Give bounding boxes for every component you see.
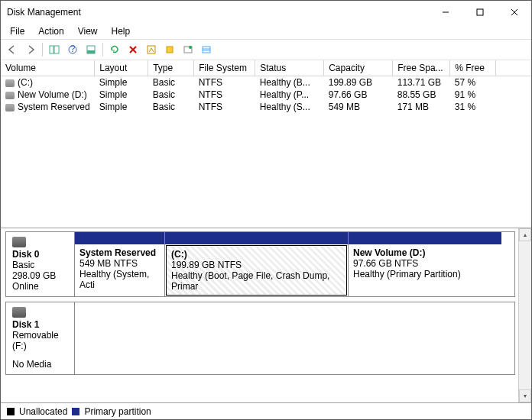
scroll-track[interactable] xyxy=(519,241,531,389)
partition-header-bar xyxy=(75,232,164,244)
partition-title: System Reserved xyxy=(79,247,156,258)
list-icon[interactable] xyxy=(198,41,215,58)
volume-list[interactable]: VolumeLayoutTypeFile SystemStatusCapacit… xyxy=(1,60,531,228)
menu-view[interactable]: View xyxy=(72,24,104,38)
disk-meta: Basic xyxy=(12,260,68,270)
svg-text:?: ? xyxy=(70,44,76,54)
column-header[interactable]: File System xyxy=(194,60,255,76)
table-cell: Basic xyxy=(148,89,194,101)
column-header[interactable]: Free Spa... xyxy=(393,60,450,76)
column-header[interactable]: Status xyxy=(255,60,324,76)
column-header[interactable]: Capacity xyxy=(324,60,393,76)
partition-status: Healthy (Primary Partition) xyxy=(353,269,497,279)
table-cell: NTFS xyxy=(194,76,255,89)
maximize-button[interactable] xyxy=(462,1,497,24)
partition-size: 549 MB NTFS xyxy=(79,258,160,269)
table-cell: Simple xyxy=(95,101,148,113)
disk-label[interactable]: Disk 0Basic298.09 GBOnline xyxy=(6,232,75,296)
table-cell xyxy=(496,89,531,101)
show-hide-console-tree-icon[interactable] xyxy=(46,41,63,58)
table-cell: NTFS xyxy=(194,101,255,113)
settings-bottom-icon[interactable] xyxy=(83,41,99,58)
table-cell: 549 MB xyxy=(324,101,393,113)
menubar: File Action View Help xyxy=(1,24,531,39)
partition-header-bar xyxy=(165,232,348,244)
table-cell: 88.55 GB xyxy=(393,89,450,101)
primary-swatch xyxy=(72,408,79,415)
partition-title: (C:) xyxy=(171,249,187,260)
disk-row: Disk 0Basic298.09 GBOnlineSystem Reserve… xyxy=(5,231,515,297)
menu-action[interactable]: Action xyxy=(32,24,70,38)
partition-header-bar xyxy=(349,232,501,244)
menu-help[interactable]: Help xyxy=(105,24,137,38)
titlebar: Disk Management xyxy=(1,1,531,24)
disk-meta: Online xyxy=(12,281,68,292)
partition-body: (C:)199.89 GB NTFSHealthy (Boot, Page Fi… xyxy=(166,245,347,296)
scroll-down-icon[interactable]: ▾ xyxy=(519,389,531,402)
table-cell: System Reserved xyxy=(1,101,95,113)
help-icon[interactable]: ? xyxy=(64,41,81,58)
svg-point-15 xyxy=(189,46,192,49)
refresh-icon[interactable] xyxy=(106,41,123,58)
column-header[interactable]: % Free xyxy=(450,60,496,76)
partition-body: System Reserved549 MB NTFSHealthy (Syste… xyxy=(75,244,164,296)
partitions-container: System Reserved549 MB NTFSHealthy (Syste… xyxy=(75,232,514,296)
svg-rect-16 xyxy=(203,47,210,53)
table-row[interactable]: (C:)SimpleBasicNTFSHealthy (B...199.89 G… xyxy=(1,76,531,89)
table-cell: Basic xyxy=(148,76,194,89)
table-cell: Simple xyxy=(95,76,148,89)
legend: Unallocated Primary partition xyxy=(1,402,531,419)
disk-label[interactable]: Disk 1Removable (F:)No Media xyxy=(6,302,75,374)
separator xyxy=(102,43,103,57)
partitions-container xyxy=(75,302,514,374)
partition-status: Healthy (System, Acti xyxy=(79,269,160,290)
partition[interactable]: (C:)199.89 GB NTFSHealthy (Boot, Page Fi… xyxy=(165,232,349,296)
disk-meta: Removable (F:) xyxy=(12,330,68,351)
disk-icon xyxy=(12,237,26,247)
svg-rect-13 xyxy=(167,47,173,53)
svg-rect-4 xyxy=(50,46,54,53)
separator xyxy=(42,43,43,57)
menu-file[interactable]: File xyxy=(4,24,31,38)
close-button[interactable] xyxy=(497,1,531,24)
new-icon[interactable] xyxy=(161,41,178,58)
action-icon[interactable] xyxy=(180,41,196,58)
volume-icon xyxy=(5,104,15,111)
column-header[interactable]: Volume xyxy=(1,60,95,76)
table-cell: (C:) xyxy=(1,76,95,89)
toolbar: ? xyxy=(1,39,531,60)
table-cell xyxy=(496,101,531,113)
properties-icon[interactable] xyxy=(143,41,160,58)
volume-icon xyxy=(5,92,15,99)
partition-title: New Volume (D:) xyxy=(353,247,425,258)
disk-management-window: Disk Management File Action View Help ? … xyxy=(0,0,532,420)
vertical-scrollbar[interactable]: ▴ ▾ xyxy=(518,228,531,402)
table-cell: Healthy (P... xyxy=(255,89,324,101)
table-cell: 31 % xyxy=(450,101,496,113)
minimize-button[interactable] xyxy=(428,1,462,24)
table-cell xyxy=(496,76,531,89)
table-row[interactable]: New Volume (D:)SimpleBasicNTFSHealthy (P… xyxy=(1,89,531,101)
table-cell: Healthy (B... xyxy=(255,76,324,89)
partition-size: 97.66 GB NTFS xyxy=(353,258,497,269)
table-row[interactable]: System ReservedSimpleBasicNTFSHealthy (S… xyxy=(1,101,531,113)
svg-rect-1 xyxy=(477,9,483,15)
column-header[interactable]: Type xyxy=(148,60,194,76)
delete-icon[interactable] xyxy=(125,41,141,58)
back-button[interactable] xyxy=(4,41,21,58)
svg-rect-9 xyxy=(87,50,95,53)
disk-name: Disk 0 xyxy=(12,249,39,260)
table-cell: 113.71 GB xyxy=(393,76,450,89)
disk-graphical-view: Disk 0Basic298.09 GBOnlineSystem Reserve… xyxy=(1,228,531,402)
table-cell: Healthy (S... xyxy=(255,101,324,113)
scroll-up-icon[interactable]: ▴ xyxy=(519,228,531,241)
svg-rect-12 xyxy=(148,46,155,53)
volume-icon xyxy=(5,79,15,87)
table-cell: 199.89 GB xyxy=(324,76,393,89)
partition-status: Healthy (Boot, Page File, Crash Dump, Pr… xyxy=(171,270,342,292)
forward-button[interactable] xyxy=(22,41,39,58)
partition[interactable]: New Volume (D:)97.66 GB NTFSHealthy (Pri… xyxy=(349,232,501,296)
column-header[interactable]: Layout xyxy=(95,60,148,76)
table-cell: Basic xyxy=(148,101,194,113)
partition[interactable]: System Reserved549 MB NTFSHealthy (Syste… xyxy=(75,232,165,296)
